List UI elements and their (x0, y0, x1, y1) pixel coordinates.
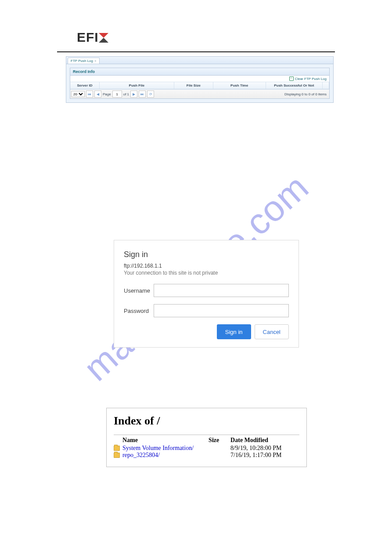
x-icon (99, 33, 108, 43)
of-label: of 1 (123, 92, 129, 96)
col-server-id[interactable]: Server ID (70, 82, 100, 89)
list-item: repo_3225804/ 7/16/19, 1:17:00 PM (114, 452, 299, 459)
toolbar-row: − Clear FTP Push Log (70, 76, 329, 82)
signin-warning: Your connection to this site is not priv… (124, 270, 289, 276)
index-head-name[interactable]: Name (122, 437, 209, 444)
index-date: 8/9/19, 10:28:00 PM (230, 445, 299, 452)
logo-text: EFI (77, 30, 99, 44)
signin-host: ftp://192.168.1.1 (124, 263, 289, 269)
display-count: Displaying 0 to 0 of 0 items (284, 92, 327, 96)
index-head-date[interactable]: Date Modified (230, 437, 299, 444)
clear-ftp-push-log-link[interactable]: − Clear FTP Push Log (289, 76, 327, 81)
password-row: Password (124, 304, 289, 317)
minus-icon: − (289, 76, 294, 81)
tab-label: FTP Push Log (71, 59, 93, 63)
index-head-size[interactable]: Size (209, 437, 230, 444)
record-info-title: Record Info (70, 68, 329, 76)
username-row: Username (124, 284, 289, 297)
password-label: Password (124, 308, 148, 314)
signin-dialog: Sign in ftp://192.168.1.1 Your connectio… (114, 240, 299, 348)
pager-left: 20 ⏮ ◀ Page of 1 ▶ ⏭ ⟳ (71, 91, 154, 98)
col-push-successful[interactable]: Push Successful Or Not (266, 82, 323, 89)
index-date: 7/16/19, 1:17:00 PM (230, 452, 299, 459)
signin-title: Sign in (124, 250, 289, 259)
close-icon[interactable]: × (94, 59, 97, 63)
col-file-size[interactable]: File Size (174, 82, 213, 89)
efix-logo: EFI (77, 30, 108, 45)
cancel-button[interactable]: Cancel (255, 324, 289, 339)
list-item: System Volume Information/ 8/9/19, 10:28… (114, 445, 299, 452)
last-page-button[interactable]: ⏭ (139, 91, 146, 98)
username-label: Username (124, 287, 148, 294)
index-link[interactable]: System Volume Information/ (122, 445, 194, 451)
password-input[interactable] (154, 304, 289, 317)
page-input[interactable] (112, 91, 122, 98)
record-info-panel: Record Info − Clear FTP Push Log Server … (70, 68, 330, 99)
col-end (323, 82, 329, 89)
page-label: Page (103, 92, 111, 96)
page-root: EFI FTP Push Log × Record Info − Clear F… (0, 0, 392, 555)
table-header-row: Server ID Push File File Size Push Time … (70, 82, 329, 89)
index-rule (114, 435, 299, 435)
per-page-select[interactable]: 20 (71, 91, 85, 97)
index-header-row: Name Size Date Modified (114, 437, 299, 444)
button-row: Sign in Cancel (124, 324, 289, 339)
index-title: Index of / (114, 414, 299, 428)
refresh-button[interactable]: ⟳ (147, 91, 154, 98)
col-push-time[interactable]: Push Time (213, 82, 266, 89)
tab-ftp-push-log[interactable]: FTP Push Log × (68, 58, 100, 64)
index-link[interactable]: repo_3225804/ (122, 452, 160, 458)
clear-label: Clear FTP Push Log (295, 77, 327, 81)
col-push-file[interactable]: Push File (100, 82, 174, 89)
next-page-button[interactable]: ▶ (130, 91, 137, 98)
folder-icon (114, 453, 122, 458)
ftp-push-log-panel: FTP Push Log × Record Info − Clear FTP P… (66, 56, 334, 103)
folder-icon (114, 446, 122, 451)
header-rule (57, 51, 335, 52)
signin-button[interactable]: Sign in (217, 324, 251, 339)
first-page-button[interactable]: ⏮ (86, 91, 93, 98)
tab-bar: FTP Push Log × (66, 57, 333, 64)
index-panel: Index of / Name Size Date Modified Syste… (106, 408, 307, 467)
username-input[interactable] (154, 284, 289, 297)
pager-bar: 20 ⏮ ◀ Page of 1 ▶ ⏭ ⟳ Displaying 0 to 0… (70, 89, 329, 98)
prev-page-button[interactable]: ◀ (94, 91, 101, 98)
